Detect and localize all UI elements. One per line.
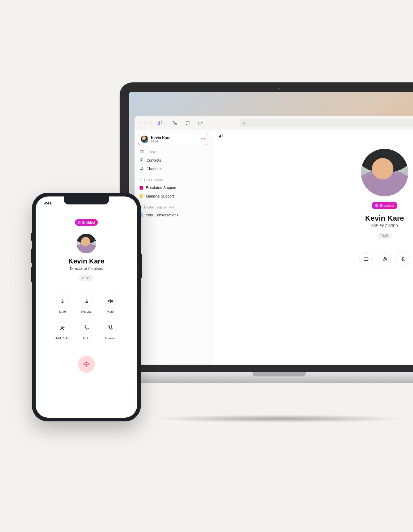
svg-point-8 [384,258,386,260]
mute-button[interactable] [56,295,69,308]
inbox-icon [140,150,144,154]
sidebar-section-call-centers[interactable]: Call Centers [138,173,208,183]
mute-button[interactable] [396,252,410,266]
sidebar-section-digital-engagement[interactable]: Digital Engagement [138,200,208,211]
chevron-down-icon [140,178,142,181]
svg-point-0 [278,88,280,89]
header-phone-button[interactable] [171,120,178,127]
header-video-button[interactable] [197,120,204,127]
caller-name: Kevin Kare [68,257,104,265]
microphone-icon [60,299,65,304]
svg-point-17 [86,301,87,302]
svg-point-14 [86,300,87,300]
ai-icon [374,203,379,208]
sidebar-item-escalated-support[interactable]: Escalated Support [138,183,208,192]
action-label: Hold [83,337,90,340]
stage: d: [0,0,413,532]
svg-point-19 [85,302,86,303]
transfer-button[interactable] [104,321,117,334]
svg-point-1 [243,122,245,124]
action-label: Keypad [81,310,91,313]
sidebar-item-your-conversations[interactable]: Your Conversations [138,211,208,219]
sidebar-item-channels[interactable]: Channels [138,165,208,173]
app-logo-icon: d: [157,120,162,126]
call-duration-chip: 01:28 [79,275,94,281]
call-actions [359,252,410,266]
sidebar: Kevin Kare 06:01 Inbox [135,130,212,365]
app-window: d: [134,116,413,365]
record-button[interactable] [378,252,391,266]
phone-call-screen: Enabled Kevin Kare Director at Aerolabs … [36,196,137,418]
color-dot-icon [140,186,143,190]
action-label: Add Caller [55,337,70,340]
caller-number: 555-567-5309 [371,224,398,228]
ai-badge-label: Enabled [380,204,394,208]
svg-rect-2 [140,159,143,162]
laptop-device: d: [120,82,413,415]
laptop-shadow [151,415,407,423]
sidebar-item-inbox[interactable]: Inbox [138,148,208,156]
laptop-bezel: d: [120,82,413,372]
svg-point-18 [87,301,88,302]
hang-up-icon [83,362,90,367]
phone-screen: 9:41 Enabled Kevin Kare Director at Aero… [36,196,137,418]
phone-device: 9:41 Enabled Kevin Kare Director at Aero… [32,193,141,421]
transfer-icon [108,325,113,330]
window-controls[interactable] [139,122,152,124]
app-header: d: [135,116,413,130]
search-icon [243,121,246,125]
sidebar-item-label: Channels [146,167,162,171]
caller-avatar [77,234,96,253]
action-label: Mute [59,310,66,313]
call-panel: Enabled Kevin Kare 555-567-5309 01:28 [334,149,413,266]
svg-point-7 [383,257,386,261]
video-icon [198,121,203,125]
sidebar-item-mainline-support[interactable]: Mainline Support [138,192,208,200]
signal-strength-icon [218,134,222,137]
main-pane: Enabled Kevin Kare 555-567-5309 01:28 [212,130,413,365]
sidebar-item-label: Inbox [146,150,155,154]
window-close-icon[interactable] [139,122,142,124]
hash-icon [140,167,144,171]
svg-point-13 [85,300,86,300]
search-input[interactable] [240,119,413,127]
hold-icon [84,325,89,330]
ai-enabled-badge[interactable]: Enabled [372,202,398,209]
sidebar-item-label: Mainline Support [146,194,174,198]
header-chat-button[interactable] [184,120,191,127]
share-screen-icon [363,257,369,262]
phone-icon [172,121,177,125]
sidebar-active-call[interactable]: Kevin Kare 06:01 [138,134,208,145]
caller-title: Director at Aerolabs [70,266,103,271]
end-call-icon[interactable] [201,137,205,142]
caller-avatar [361,149,408,196]
ai-enabled-badge[interactable]: Enabled [75,219,98,226]
speaker-icon [108,299,113,304]
hold-button[interactable] [80,321,93,334]
svg-point-3 [141,160,142,161]
keypad-icon [84,299,89,304]
svg-point-11 [79,222,79,223]
sidebar-item-label: Your Conversations [146,213,178,217]
share-screen-button[interactable] [359,252,373,266]
sidebar-section-label: Digital Engagement [144,205,174,209]
sidebar-item-contacts[interactable]: Contacts [138,156,208,165]
active-call-name: Kevin Kare [151,136,170,140]
svg-point-5 [376,205,377,206]
call-duration-chip: 01:28 [377,233,392,239]
window-zoom-icon[interactable] [149,122,152,124]
svg-point-22 [61,326,63,328]
laptop-keyboard [106,372,413,383]
sidebar-item-label: Escalated Support [146,186,176,190]
add-caller-button[interactable] [56,321,69,334]
end-call-button[interactable] [78,356,95,373]
avatar [141,136,148,143]
caller-name: Kevin Kare [365,214,404,223]
svg-point-15 [87,300,88,300]
sidebar-item-label: Contacts [146,158,161,162]
phone-call-actions: Mute Keypad [51,295,122,340]
window-minimize-icon[interactable] [144,122,147,124]
laptop-screen: d: [129,92,413,365]
speaker-button[interactable] [104,295,117,308]
keypad-button[interactable] [80,295,93,308]
